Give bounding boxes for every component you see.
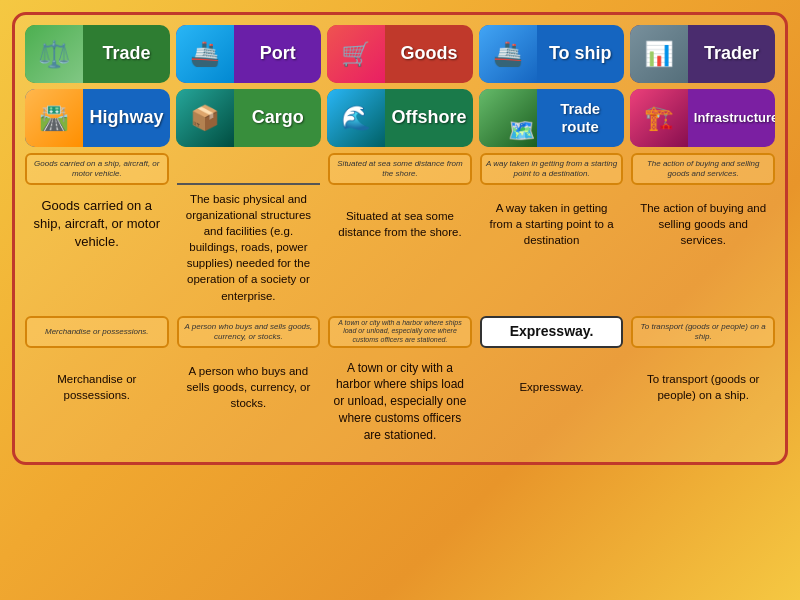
- definition-1-2: The basic physical and organizational st…: [177, 189, 321, 306]
- tile-trade[interactable]: Trade: [25, 25, 170, 83]
- answer-box-2-5[interactable]: To transport (goods or people) on a ship…: [631, 316, 775, 348]
- definition-1-3: Situated at sea some distance from the s…: [328, 189, 472, 259]
- definition-1-4: A way taken in getting from a starting p…: [480, 189, 624, 259]
- tile-port-label: Port: [234, 43, 321, 65]
- tile-infrastructure[interactable]: Infrastructure: [630, 89, 775, 147]
- goods-image: [327, 25, 385, 83]
- tile-highway[interactable]: Highway: [25, 89, 170, 147]
- tiles-row-2: Highway Cargo Offshore Trade route Infra…: [25, 89, 775, 147]
- answer-box-1-5[interactable]: The action of buying and selling goods a…: [631, 153, 775, 185]
- definition-1-1: Goods carried on a ship, aircraft, or mo…: [25, 189, 169, 259]
- answer-box-1-2[interactable]: [177, 153, 321, 185]
- tile-trade-label: Trade: [83, 43, 170, 65]
- definition-1-5: The action of buying and selling goods a…: [631, 189, 775, 259]
- match-col-2-1: Merchandise or possessions. Merchandise …: [25, 316, 169, 452]
- tile-traderoute[interactable]: Trade route: [479, 89, 624, 147]
- match-col-5: The action of buying and selling goods a…: [631, 153, 775, 306]
- match-col-2-5: To transport (goods or people) on a ship…: [631, 316, 775, 452]
- trader-image: [630, 25, 688, 83]
- port-image: [176, 25, 234, 83]
- main-container: Trade Port Goods To ship Trader Highway …: [12, 12, 788, 465]
- tile-toship-label: To ship: [537, 43, 624, 65]
- answer-box-2-3[interactable]: A town or city with a harbor where ships…: [328, 316, 472, 348]
- offshore-image: [327, 89, 385, 147]
- definition-2-5: To transport (goods or people) on a ship…: [631, 352, 775, 422]
- match-col-2-3: A town or city with a harbor where ships…: [328, 316, 472, 452]
- tile-cargo-label: Cargo: [234, 107, 321, 129]
- tile-traderoute-label: Trade route: [537, 100, 624, 136]
- trade-image: [25, 25, 83, 83]
- tile-trader[interactable]: Trader: [630, 25, 775, 83]
- highway-image: [25, 89, 83, 147]
- tile-toship[interactable]: To ship: [479, 25, 624, 83]
- answer-box-2-2[interactable]: A person who buys and sells goods, curre…: [177, 316, 321, 348]
- match-col-2-4: Expressway. Expressway.: [480, 316, 624, 452]
- answer-box-2-4[interactable]: Expressway.: [480, 316, 624, 348]
- tile-goods-label: Goods: [385, 43, 472, 65]
- answer-box-2-1[interactable]: Merchandise or possessions.: [25, 316, 169, 348]
- tile-trader-label: Trader: [688, 43, 775, 65]
- match-col-4: A way taken in getting from a starting p…: [480, 153, 624, 306]
- definition-2-4: Expressway.: [480, 352, 624, 422]
- tile-highway-label: Highway: [83, 107, 170, 129]
- matching-row-2: Merchandise or possessions. Merchandise …: [25, 316, 775, 452]
- traderoute-image: [479, 89, 537, 147]
- definition-2-2: A person who buys and sells goods, curre…: [177, 352, 321, 422]
- match-col-2-2: A person who buys and sells goods, curre…: [177, 316, 321, 452]
- tile-cargo[interactable]: Cargo: [176, 89, 321, 147]
- tile-goods[interactable]: Goods: [327, 25, 472, 83]
- definition-2-1: Merchandise or possessions.: [25, 352, 169, 422]
- cargo-image: [176, 89, 234, 147]
- tiles-row-1: Trade Port Goods To ship Trader: [25, 25, 775, 83]
- definition-2-3: A town or city with a harbor where ships…: [328, 352, 472, 452]
- toship-image: [479, 25, 537, 83]
- match-col-3: Situated at sea some distance from the s…: [328, 153, 472, 306]
- match-col-2: The basic physical and organizational st…: [177, 153, 321, 306]
- tile-offshore-label: Offshore: [385, 107, 472, 129]
- match-col-1: Goods carried on a ship, aircraft, or mo…: [25, 153, 169, 306]
- infrastructure-image: [630, 89, 688, 147]
- tile-infrastructure-label: Infrastructure: [688, 110, 775, 126]
- answer-box-1-1[interactable]: Goods carried on a ship, aircraft, or mo…: [25, 153, 169, 185]
- tile-offshore[interactable]: Offshore: [327, 89, 472, 147]
- matching-row-1: Goods carried on a ship, aircraft, or mo…: [25, 153, 775, 306]
- tile-port[interactable]: Port: [176, 25, 321, 83]
- answer-box-1-3[interactable]: Situated at sea some distance from the s…: [328, 153, 472, 185]
- answer-box-1-4[interactable]: A way taken in getting from a starting p…: [480, 153, 624, 185]
